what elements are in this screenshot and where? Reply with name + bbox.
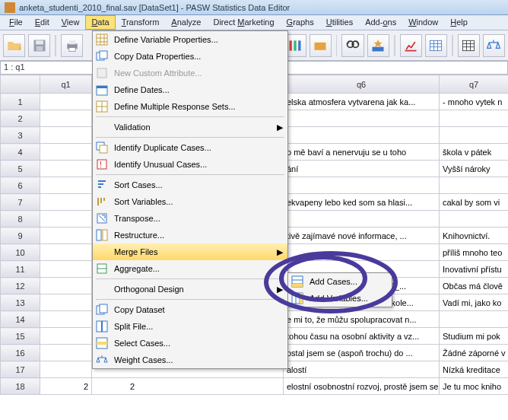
svg-rect-31 <box>100 304 107 313</box>
weight-icon <box>94 353 110 367</box>
menu-split-file[interactable]: Split File... <box>93 318 287 335</box>
menu-edit[interactable]: Edit <box>29 15 56 30</box>
svg-rect-27 <box>97 230 101 240</box>
split-icon <box>94 320 110 333</box>
open-file-button[interactable] <box>3 34 25 57</box>
svg-rect-9 <box>315 42 326 49</box>
menu-sort-cases[interactable]: Sort Cases... <box>93 177 287 193</box>
col-header-q7[interactable]: q7 <box>440 75 509 94</box>
row-header[interactable]: 1 <box>1 94 40 110</box>
menu-help[interactable]: Help <box>444 15 474 30</box>
menu-weight-cases[interactable]: Weight Cases... <box>93 352 287 368</box>
dup-icon <box>94 141 110 154</box>
svg-rect-14 <box>463 40 475 50</box>
svg-rect-7 <box>294 40 296 50</box>
submenu-add-cases[interactable]: Add Cases... <box>288 273 392 290</box>
data-menu-dropdown: Define Variable Properties... Copy Data … <box>92 30 288 369</box>
menu-addons[interactable]: Add-ons <box>359 15 402 30</box>
svg-rect-38 <box>300 293 303 304</box>
corner-header[interactable] <box>1 75 40 94</box>
menu-define-variable-properties[interactable]: Define Variable Properties... <box>93 31 287 48</box>
menu-view[interactable]: View <box>56 15 86 30</box>
menu-utilities[interactable]: Utilities <box>320 15 359 30</box>
menu-merge-files[interactable]: Merge Files▶ <box>93 243 287 260</box>
menu-direct-marketing[interactable]: Direct Marketing <box>207 15 280 30</box>
svg-rect-36 <box>292 284 303 287</box>
toolbar-orangebox-button[interactable] <box>310 34 332 57</box>
svg-rect-20 <box>97 86 107 88</box>
find-button[interactable] <box>341 34 364 57</box>
menu-sort-variables[interactable]: Sort Variables... <box>93 193 287 210</box>
grid-icon <box>94 33 110 46</box>
svg-rect-34 <box>97 342 107 345</box>
menu-copy-data-properties[interactable]: Copy Data Properties... <box>93 48 287 65</box>
menu-restructure[interactable]: Restructure... <box>93 227 287 243</box>
save-button[interactable] <box>28 34 50 57</box>
transpose-icon <box>94 212 110 225</box>
window-title: anketa_studenti_2010_final.sav [DataSet1… <box>19 3 290 12</box>
menu-select-cases[interactable]: Select Cases... <box>93 335 287 352</box>
col-header-q6[interactable]: q6 <box>284 75 440 94</box>
menu-identify-unusual-cases[interactable]: !Identify Unusual Cases... <box>93 156 287 173</box>
submenu-add-variables[interactable]: Add Variables... <box>288 290 392 307</box>
copy-grid-icon <box>94 49 110 63</box>
menu-identify-duplicate-cases[interactable]: Identify Duplicate Cases... <box>93 139 287 156</box>
menu-define-multiple-response-sets[interactable]: Define Multiple Response Sets... <box>93 98 287 115</box>
menu-new-custom-attribute: New Custom Attribute... <box>93 65 287 81</box>
app-icon <box>5 2 15 13</box>
chevron-right-icon: ▶ <box>277 285 283 294</box>
menu-window[interactable]: Window <box>402 15 444 30</box>
menu-define-dates[interactable]: Define Dates... <box>93 81 287 98</box>
chevron-right-icon: ▶ <box>277 247 283 257</box>
aggregate-icon <box>94 262 110 275</box>
svg-rect-4 <box>69 40 75 44</box>
toolbar-chart-button[interactable] <box>400 34 422 57</box>
print-button[interactable] <box>61 34 83 57</box>
menu-transpose[interactable]: Transpose... <box>93 210 287 227</box>
menu-analyze[interactable]: Analyze <box>165 15 207 30</box>
col-header-q1[interactable]: q1 <box>40 75 92 94</box>
svg-rect-12 <box>373 46 384 51</box>
menu-orthogonal-design[interactable]: Orthogonal Design▶ <box>93 281 287 298</box>
table-row: 1822elostní osobnostní rozvoj, prostě js… <box>1 378 509 395</box>
chevron-right-icon: ▶ <box>277 123 283 132</box>
select-icon <box>94 336 110 350</box>
svg-rect-5 <box>69 47 75 51</box>
add-cases-icon <box>290 275 305 288</box>
menu-aggregate[interactable]: Aggregate... <box>93 260 287 277</box>
svg-rect-8 <box>298 40 300 50</box>
toolbar-grid-button[interactable] <box>458 34 480 57</box>
svg-rect-13 <box>430 40 442 50</box>
menu-data[interactable]: Data <box>85 15 115 30</box>
menu-copy-dataset[interactable]: Copy Dataset <box>93 301 287 318</box>
svg-text:!: ! <box>100 160 102 169</box>
sort-icon <box>94 178 110 192</box>
svg-rect-15 <box>97 34 107 45</box>
menu-graphs[interactable]: Graphs <box>281 15 320 30</box>
merge-files-submenu: Add Cases... Add Variables... <box>287 272 392 307</box>
svg-rect-23 <box>100 145 107 153</box>
add-variables-icon <box>290 291 305 305</box>
copy-dataset-icon <box>94 303 110 317</box>
unusual-icon: ! <box>94 158 110 171</box>
svg-rect-2 <box>37 46 43 50</box>
svg-rect-6 <box>289 40 291 50</box>
sort-vars-icon <box>94 195 110 208</box>
calendar-icon <box>94 83 110 97</box>
attribute-icon <box>94 66 110 80</box>
svg-rect-17 <box>100 51 107 59</box>
grid-orange-icon <box>94 100 110 113</box>
menubar: File Edit View Data Transform Analyze Di… <box>0 15 508 30</box>
menu-transform[interactable]: Transform <box>116 15 166 30</box>
toolbar-star-button[interactable] <box>367 34 389 57</box>
menu-file[interactable]: File <box>3 15 29 30</box>
window-titlebar: anketa_studenti_2010_final.sav [DataSet1… <box>0 0 508 15</box>
svg-rect-28 <box>103 230 107 240</box>
weight-button[interactable] <box>483 34 505 57</box>
restructure-icon <box>94 228 110 242</box>
svg-rect-1 <box>36 40 43 44</box>
menu-validation[interactable]: Validation▶ <box>93 119 287 135</box>
toolbar-grid-blue-button[interactable] <box>425 34 447 57</box>
svg-rect-18 <box>97 68 106 78</box>
